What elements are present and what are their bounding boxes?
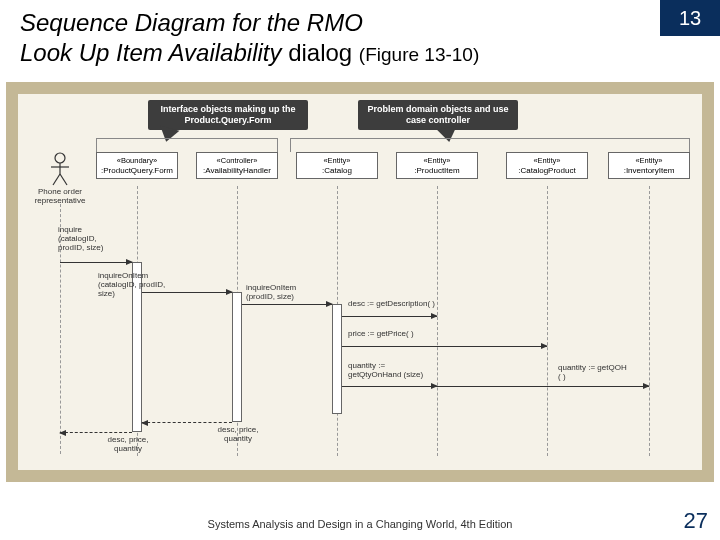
arrow-get-qty-on-hand [342,386,437,387]
msg-inquire-on-item-1: inquireOnItem (catalogID, prodID, size) [98,272,168,298]
svg-point-0 [55,153,65,163]
msg-inquire-on-item-2: inquireOnItem (prodID, size) [246,284,320,302]
bracket-interface [96,138,278,152]
return-arrow-2 [142,422,232,423]
obj-catalog-product: «Entity»:CatalogProduct [506,152,588,179]
title-line1: Sequence Diagram for the RMO [20,9,363,36]
obj-availability-handler: «Controller»:AvailabilityHandler [196,152,278,179]
svg-line-3 [53,174,60,185]
arrow-get-price [342,346,547,347]
obj-product-item: «Entity»:ProductItem [396,152,478,179]
footer-text: Systems Analysis and Design in a Changin… [0,518,720,530]
return-arrow-1 [60,432,132,433]
arrow-get-qoh [437,386,649,387]
arrow-inquire-on-item-2 [242,304,332,305]
msg-get-description: desc := getDescription( ) [348,300,448,309]
callout-domain-objects: Problem domain objects and use case cont… [358,100,518,130]
slide-title: Sequence Diagram for the RMO Look Up Ite… [20,8,600,68]
sequence-diagram: Interface objects making up the Product.… [18,94,702,470]
obj-inventory-item: «Entity»:InventoryItem [608,152,690,179]
obj-catalog: «Entity»:Catalog [296,152,378,179]
activation-catalog [332,304,342,414]
page-number: 27 [684,508,708,534]
msg-get-price: price := getPrice( ) [348,330,438,339]
actor-label: Phone order representative [34,188,86,206]
msg-return-2: desc, price, quantity [208,426,268,444]
msg-inquire: inquire (catalogID, prodID, size) [58,226,116,252]
actor-icon [48,152,72,186]
svg-line-4 [60,174,67,185]
msg-get-qoh: quantity := getQOH ( ) [558,364,628,382]
bracket-domain [290,138,690,152]
chapter-badge: 13 [660,0,720,36]
callout-interface-objects: Interface objects making up the Product.… [148,100,308,130]
obj-product-query-form: «Boundary»:ProductQuery.Form [96,152,178,179]
diagram-frame: Interface objects making up the Product.… [6,82,714,482]
lifeline-productitem [437,186,438,456]
title-figure-ref: (Figure 13-10) [359,44,479,65]
lifeline-catalogproduct [547,186,548,456]
actor-phone-rep: Phone order representative [34,152,86,206]
msg-get-qty-on-hand: quantity := getQtyOnHand (size) [348,362,424,380]
arrow-inquire [60,262,132,263]
msg-return-1: desc, price, quantity [98,436,158,454]
activation-handler [232,292,242,422]
title-line2b: dialog [281,39,358,66]
arrow-get-description [342,316,437,317]
lifeline-inventoryitem [649,186,650,456]
title-line2a: Look Up Item Availability [20,39,281,66]
